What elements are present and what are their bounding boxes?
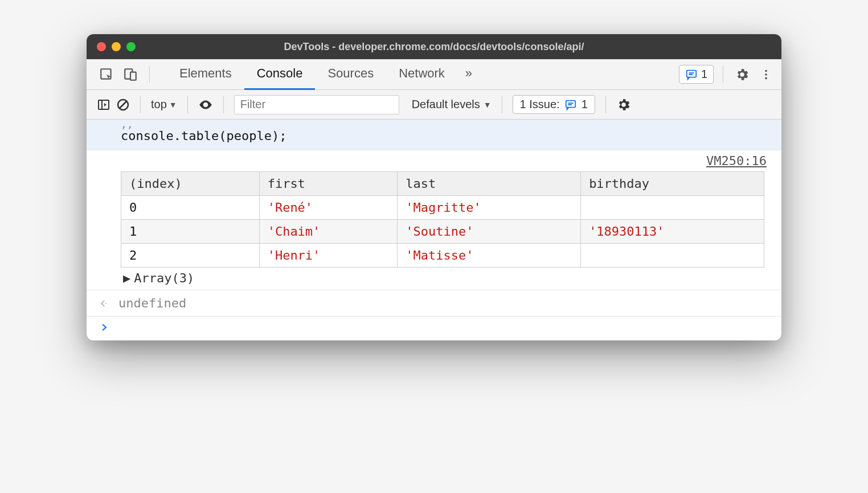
filter-input[interactable] <box>234 95 399 114</box>
tab-network[interactable]: Network <box>386 59 457 90</box>
tab-elements[interactable]: Elements <box>167 59 244 90</box>
svg-rect-0 <box>101 69 110 79</box>
cell-birthday <box>581 244 764 268</box>
context-label: top <box>151 98 167 111</box>
table-row[interactable]: 2 'Henri' 'Matisse' <box>121 244 764 268</box>
array-label: Array(3) <box>134 271 194 285</box>
cell-birthday <box>581 196 764 220</box>
table-row[interactable]: 0 'René' 'Magritte' <box>121 196 764 220</box>
issue-count: 1 <box>582 98 588 111</box>
divider <box>187 96 188 113</box>
svg-line-12 <box>120 101 126 108</box>
dropdown-icon: ▼ <box>484 100 492 109</box>
kebab-icon <box>760 68 772 81</box>
more-tabs-button[interactable]: » <box>457 59 480 90</box>
divider <box>723 66 723 83</box>
console-prompt[interactable] <box>87 317 781 340</box>
col-first[interactable]: first <box>259 172 398 196</box>
tab-sources[interactable]: Sources <box>315 59 386 90</box>
window-title: DevTools - developer.chrome.com/docs/dev… <box>96 41 772 53</box>
svg-rect-13 <box>566 100 575 107</box>
messages-count: 1 <box>701 68 707 81</box>
titlebar: DevTools - developer.chrome.com/docs/dev… <box>87 34 781 59</box>
minimize-window-button[interactable] <box>112 42 121 51</box>
code-text: console.table(people); <box>121 129 286 143</box>
clear-icon <box>116 98 130 112</box>
divider <box>223 96 224 113</box>
clear-console-button[interactable] <box>116 98 130 112</box>
col-last[interactable]: last <box>398 172 581 196</box>
tab-console[interactable]: Console <box>244 59 316 90</box>
log-levels-selector[interactable]: Default levels ▼ <box>412 98 492 111</box>
sidebar-icon <box>97 98 110 112</box>
issues-button[interactable]: 1 Issue: 1 <box>513 95 595 114</box>
gear-icon <box>735 67 750 82</box>
cell-first: 'Henri' <box>259 244 398 268</box>
svg-point-8 <box>765 77 767 79</box>
cell-first: 'René' <box>259 196 398 220</box>
panel-tabs: Elements Console Sources Network » <box>167 59 480 90</box>
context-selector[interactable]: top ▼ <box>151 98 177 111</box>
toggle-sidebar-button[interactable] <box>97 98 110 112</box>
close-window-button[interactable] <box>97 42 106 51</box>
table-header-row: (index) first last birthday <box>121 172 764 196</box>
svg-rect-9 <box>99 100 109 109</box>
cell-index: 1 <box>121 220 260 244</box>
inspect-element-icon[interactable] <box>97 65 116 84</box>
svg-point-6 <box>765 69 767 72</box>
return-value: undefined <box>118 296 186 310</box>
chevron-double-right-icon: » <box>465 66 472 81</box>
divider <box>140 96 141 113</box>
col-birthday[interactable]: birthday <box>581 172 764 196</box>
messages-button[interactable]: 1 <box>679 65 714 84</box>
return-row: undefined <box>87 290 781 317</box>
devtools-window: DevTools - developer.chrome.com/docs/dev… <box>87 34 781 340</box>
col-index[interactable]: (index) <box>121 172 260 196</box>
return-arrow-icon <box>99 298 110 309</box>
cell-last: 'Matisse' <box>398 244 581 268</box>
chevron-right-icon <box>99 322 109 332</box>
cell-last: 'Soutine' <box>398 220 581 244</box>
live-expression-button[interactable] <box>198 97 213 112</box>
divider <box>502 96 502 113</box>
svg-rect-2 <box>130 72 136 80</box>
cell-index: 2 <box>121 244 260 268</box>
device-toolbar-icon[interactable] <box>121 65 140 84</box>
levels-label: Default levels <box>412 98 480 111</box>
svg-point-16 <box>105 303 107 304</box>
traffic-lights <box>97 42 136 51</box>
eye-icon <box>198 97 213 112</box>
console-settings-button[interactable] <box>616 97 631 112</box>
more-options-button[interactable] <box>756 65 776 84</box>
svg-point-7 <box>765 73 767 76</box>
console-body: ,, console.table(people); VM250:16 (inde… <box>87 120 781 340</box>
issue-label: 1 Issue: <box>520 98 560 111</box>
cell-index: 0 <box>121 196 260 220</box>
console-table: (index) first last birthday 0 'René' 'Ma… <box>121 171 764 268</box>
cell-first: 'Chaim' <box>259 220 398 244</box>
message-icon <box>685 68 698 81</box>
table-row[interactable]: 1 'Chaim' 'Soutine' '18930113' <box>121 220 764 244</box>
maximize-window-button[interactable] <box>126 42 136 51</box>
dropdown-icon: ▼ <box>169 100 177 109</box>
cell-birthday: '18930113' <box>581 220 764 244</box>
caret-right-icon: ▶ <box>123 271 130 285</box>
svg-rect-3 <box>687 70 697 77</box>
gear-icon <box>616 97 631 112</box>
divider <box>149 66 150 83</box>
message-icon <box>564 98 577 111</box>
settings-button[interactable] <box>732 65 752 84</box>
cell-last: 'Magritte' <box>398 196 581 220</box>
console-input-echo: ,, console.table(people); <box>87 120 781 150</box>
source-link[interactable]: VM250:16 <box>121 150 770 171</box>
divider <box>605 96 606 113</box>
console-output: VM250:16 (index) first last birthday 0 '… <box>87 150 781 290</box>
console-filter-bar: top ▼ Default levels ▼ 1 Issue: 1 <box>87 90 781 120</box>
array-expand[interactable]: ▶ Array(3) <box>121 268 770 285</box>
main-toolbar: Elements Console Sources Network » 1 <box>87 59 781 90</box>
